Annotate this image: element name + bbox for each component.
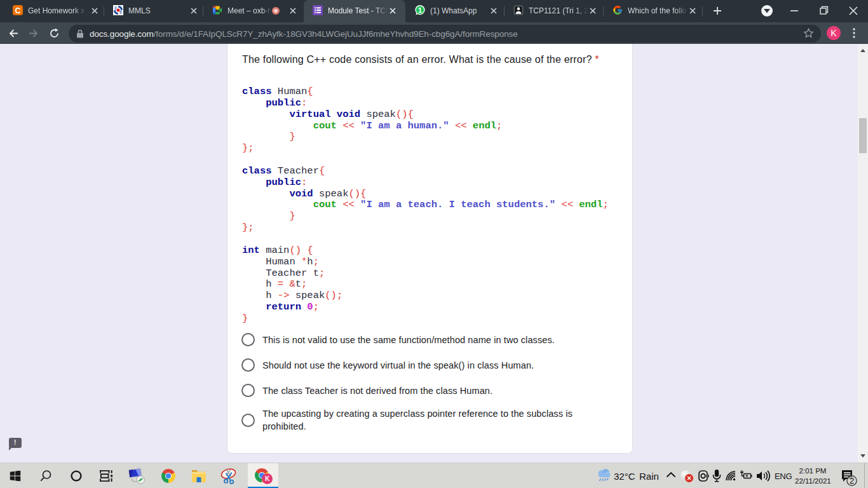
svg-text:C: C	[15, 6, 20, 15]
svg-text:1: 1	[418, 6, 423, 14]
svg-text:2: 2	[850, 476, 855, 485]
